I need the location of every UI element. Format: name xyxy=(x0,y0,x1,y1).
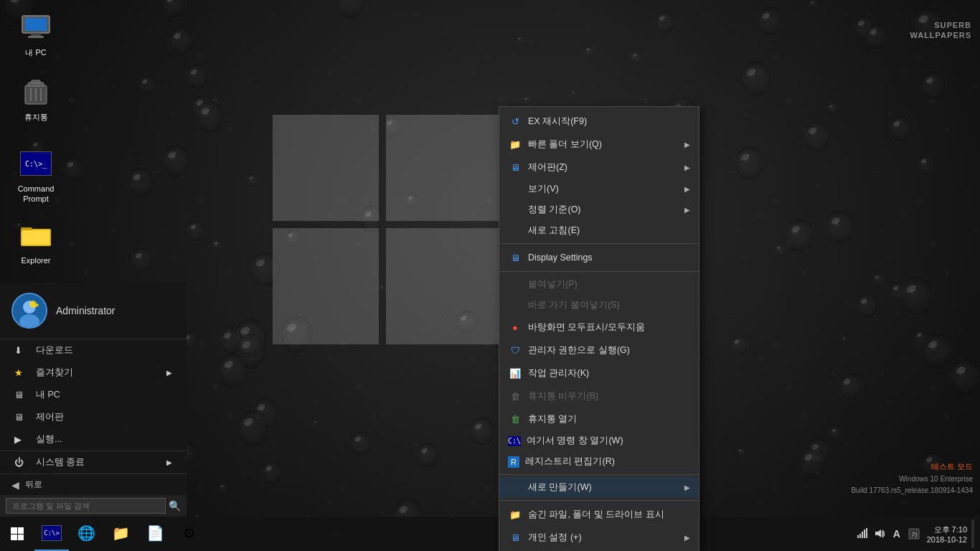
search-bar: 🔍 xyxy=(0,495,187,517)
open-cmd-label: 여기서 명령 창 열기(W) xyxy=(527,435,623,447)
sidebar-item-mypc[interactable]: 🖥 내 PC xyxy=(0,384,187,406)
taskbar: C:\> 🌐 📁 📄 ⚙ xyxy=(0,517,980,551)
desktop-icon-cmd[interactable]: C:\>_ CommandPrompt xyxy=(7,143,65,207)
desktop-icon-mypc[interactable]: 내 PC xyxy=(7,7,65,60)
ctx-sep-2 xyxy=(499,271,699,272)
username: Administrator xyxy=(56,305,115,316)
svg-text:가: 가 xyxy=(910,531,917,538)
svg-rect-6 xyxy=(32,80,40,83)
ctx-new[interactable]: 새로 만들기(W) ▶ xyxy=(499,477,699,498)
cmd-taskbar-icon: C:\> xyxy=(42,525,62,541)
ctx-control-panel[interactable]: 🖥 제어판(Z) ▶ xyxy=(499,156,699,179)
ctx-display-settings[interactable]: 🖥 Display Settings xyxy=(499,246,699,269)
svg-marker-27 xyxy=(875,529,881,537)
sidebar-item-control[interactable]: 🖥 제어판 xyxy=(0,406,187,428)
display-settings-icon: 🖥 xyxy=(508,250,522,265)
ctx-sort[interactable]: 정렬 기준(O) ▶ xyxy=(499,199,699,220)
favorites-arrow: ▶ xyxy=(166,369,172,377)
desktop-icon-recycle[interactable]: 휴지통 xyxy=(7,72,65,125)
tray-volume[interactable] xyxy=(872,527,887,541)
power-button[interactable]: ⏻ 시스템 종료 ▶ xyxy=(0,451,187,474)
open-recycle-icon: 🗑 xyxy=(508,412,522,426)
ctx-regedit[interactable]: R 레지스트리 편집기(R) xyxy=(499,451,699,472)
build-number: Build 17763.rs5_release.180914-1434 xyxy=(851,485,973,496)
tray-clock[interactable]: 오후 7:10 2018-10-12 xyxy=(923,524,971,544)
watermark: SUPERB WALLPAPERS xyxy=(910,20,971,41)
taskbar-item-ie[interactable]: 🌐 xyxy=(69,517,103,551)
taskbar-item-cmd[interactable]: C:\> xyxy=(34,517,69,551)
tray-ime-a[interactable]: A xyxy=(890,527,904,541)
new-label: 새로 만들기(W) xyxy=(528,481,592,494)
ctx-paste: 붙여넣기(P) xyxy=(499,274,699,295)
personalize-icon: 🖥 xyxy=(508,530,522,545)
search-input[interactable] xyxy=(6,498,166,514)
ctx-personalize[interactable]: 🖥 개인 설정 (+) ▶ xyxy=(499,526,699,549)
ctx-open-recycle[interactable]: 🗑 휴지통 열기 xyxy=(499,408,699,430)
taskbar-item-explorer[interactable]: 📁 xyxy=(103,517,138,551)
quick-folder-arrow: ▶ xyxy=(684,141,690,149)
run-admin-icon: 🛡 xyxy=(508,343,522,357)
ctx-ex-restart[interactable]: ↺ EX 재시작(F9) xyxy=(499,110,699,133)
show-desktop-label: 바탕화면 모두표시/모두지움 xyxy=(528,321,645,334)
sort-label: 정렬 기준(O) xyxy=(528,204,581,216)
control-panel-taskbar-icon: ⚙ xyxy=(183,524,196,542)
sidebar-item-download[interactable]: ⬇ 다운로드 xyxy=(0,339,187,362)
control-panel-arrow: ▶ xyxy=(684,164,690,171)
recycle-icon xyxy=(19,75,53,109)
show-hidden-icon: 📁 xyxy=(508,507,522,522)
new-arrow: ▶ xyxy=(684,484,690,491)
paste-shortcut-label: 바로 가기 붙여넣기(S) xyxy=(528,299,620,311)
ctx-show-desktop[interactable]: ● 바탕화면 모두표시/모두지움 xyxy=(499,316,699,339)
ime-a-label: A xyxy=(893,528,900,540)
show-desktop-icon: ● xyxy=(508,320,522,334)
ctx-run-admin[interactable]: 🛡 관리자 권한으로 실행(G) xyxy=(499,339,699,362)
task-manager-icon: 📊 xyxy=(508,366,522,380)
mypc-nav-icon: 🖥 xyxy=(14,390,30,400)
quick-folder-icon: 📁 xyxy=(508,137,522,151)
sidebar-item-favorites[interactable]: ★ 즐겨찾기 ▶ xyxy=(0,362,187,384)
back-chevron[interactable]: ◀ xyxy=(11,479,19,491)
empty-recycle-icon: 🗑 xyxy=(508,389,522,403)
svg-rect-23 xyxy=(859,534,861,538)
open-recycle-label: 휴지통 열기 xyxy=(528,413,577,425)
tray-ime-korean[interactable]: 가 xyxy=(907,527,921,541)
show-desktop-strip[interactable] xyxy=(971,519,974,548)
tray-network[interactable] xyxy=(855,527,870,541)
ctx-task-manager[interactable]: 📊 작업 관리자(K) xyxy=(499,362,699,385)
taskbar-item-notepad[interactable]: 📄 xyxy=(138,517,172,551)
download-label: 다운로드 xyxy=(36,344,73,357)
ctx-quick-folder[interactable]: 📁 빠른 폴더 보기(Q) ▶ xyxy=(499,133,699,156)
system-tray: A 가 오후 7:10 2018-10-12 xyxy=(848,517,980,551)
control-nav-label: 제어판 xyxy=(36,411,64,423)
view-label: 보기(V) xyxy=(528,183,559,195)
ctx-view[interactable]: 보기(V) ▶ xyxy=(499,179,699,199)
cmd-icon: C:\>_ xyxy=(19,146,53,181)
svg-rect-25 xyxy=(864,529,865,538)
taskbar-item-control[interactable]: ⚙ xyxy=(172,517,207,551)
tray-time: 오후 7:10 xyxy=(934,524,967,535)
user-avatar[interactable]: ★ xyxy=(11,293,47,329)
favorites-icon: ★ xyxy=(14,367,30,378)
windows-version: Windows 10 Enterprise xyxy=(851,474,973,485)
back-search-row: ◀ 뒤로 xyxy=(0,474,187,495)
search-icon[interactable]: 🔍 xyxy=(169,500,181,512)
watermark-line1: SUPERB xyxy=(910,20,971,30)
tray-date: 2018-10-12 xyxy=(927,535,967,544)
build-info: 테스트 모드 Windows 10 Enterprise Build 17763… xyxy=(851,461,973,496)
desktop-icon-explorer[interactable]: Explorer xyxy=(7,215,65,268)
ex-restart-icon: ↺ xyxy=(508,114,522,128)
ctx-refresh[interactable]: 새로 고침(E) xyxy=(499,220,699,241)
ctx-open-cmd-here[interactable]: C:\ 여기서 명령 창 열기(W) xyxy=(499,430,699,451)
quick-folder-label: 빠른 폴더 보기(Q) xyxy=(528,138,602,151)
test-mode-label: 테스트 모드 xyxy=(851,461,973,474)
start-button[interactable] xyxy=(0,517,34,551)
ctx-show-hidden[interactable]: 📁 숨긴 파일, 폴더 및 드라이브 표시 xyxy=(499,503,699,526)
explorer-label: Explorer xyxy=(22,255,51,265)
svg-rect-22 xyxy=(857,535,859,538)
download-icon: ⬇ xyxy=(14,345,30,356)
start-nav-items: ⬇ 다운로드 ★ 즐겨찾기 ▶ 🖥 내 PC 🖥 제어판 ▶ 실행... xyxy=(0,339,187,451)
power-section: ⏻ 시스템 종료 ▶ xyxy=(0,451,187,474)
sidebar-item-run[interactable]: ▶ 실행... xyxy=(0,428,187,451)
ex-restart-label: EX 재시작(F9) xyxy=(528,116,587,128)
svg-rect-24 xyxy=(862,532,863,538)
